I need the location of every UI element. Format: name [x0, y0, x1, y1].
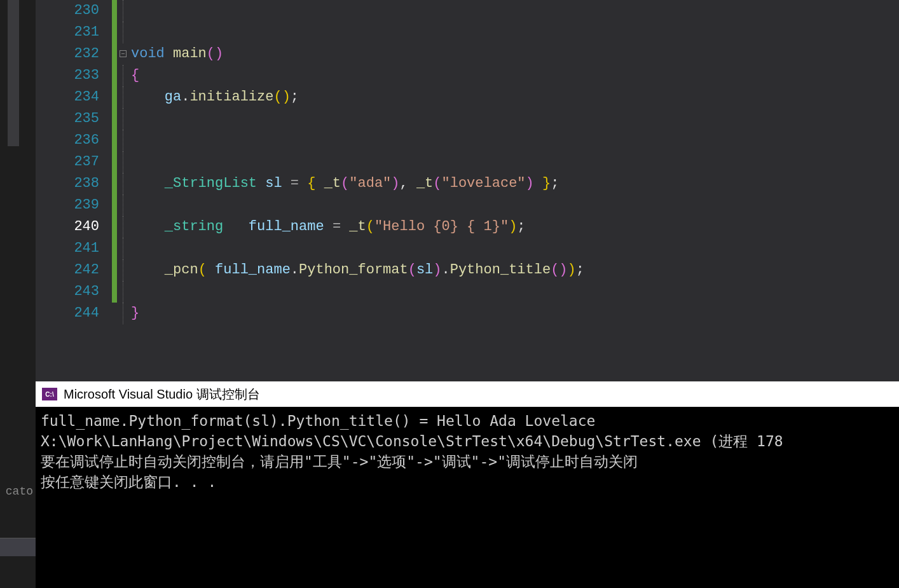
outline-column[interactable]: [120, 238, 131, 259]
code-text[interactable]: _string full_name = _t("Hello {0} { 1}")…: [131, 216, 526, 238]
line-number: 237: [36, 151, 112, 173]
outline-column[interactable]: [120, 173, 131, 195]
outline-guide: [123, 173, 123, 195]
console-line: 要在调试停止时自动关闭控制台，请启用"工具"->"选项"->"调试"->"调试停…: [41, 451, 894, 472]
line-number: 243: [36, 281, 112, 303]
line-number: 244: [36, 303, 112, 324]
change-indicator: [112, 238, 117, 259]
outline-guide: [123, 238, 123, 259]
code-text[interactable]: {: [131, 65, 139, 86]
change-indicator: [112, 303, 117, 324]
outline-column[interactable]: [120, 303, 131, 324]
line-number: 236: [36, 130, 112, 151]
outline-guide: [123, 281, 123, 303]
outline-column[interactable]: [120, 65, 131, 86]
change-indicator: [112, 86, 117, 108]
statusbar-fragment: [0, 538, 36, 556]
outline-column[interactable]: [120, 195, 131, 216]
outline-guide: [123, 303, 123, 324]
change-indicator: [112, 43, 117, 65]
code-line[interactable]: 239: [36, 195, 899, 216]
outline-column[interactable]: [120, 108, 131, 130]
line-number: 235: [36, 108, 112, 130]
editor-left-margin: [0, 0, 36, 381]
debug-console-window: C:\ Microsoft Visual Studio 调试控制台 full_n…: [36, 381, 899, 588]
outline-guide: [123, 65, 123, 86]
console-line: 按任意键关闭此窗口. . .: [41, 472, 894, 492]
outline-guide: [123, 86, 123, 108]
fold-toggle-icon[interactable]: [120, 50, 127, 57]
code-text[interactable]: void main(): [131, 43, 223, 65]
code-line[interactable]: 232void main(): [36, 43, 899, 65]
code-line[interactable]: 240 _string full_name = _t("Hello {0} { …: [36, 216, 899, 238]
console-output[interactable]: full_name.Python_format(sl).Python_title…: [36, 407, 899, 496]
outline-guide: [123, 216, 123, 238]
code-body[interactable]: 230231232void main()233{234 ga.initializ…: [36, 0, 899, 381]
change-indicator: [112, 130, 117, 151]
outline-column[interactable]: [120, 130, 131, 151]
console-titlebar[interactable]: C:\ Microsoft Visual Studio 调试控制台: [36, 381, 899, 407]
code-line[interactable]: 234 ga.initialize();: [36, 86, 899, 108]
outline-column[interactable]: [120, 259, 131, 281]
code-editor[interactable]: 230231232void main()233{234 ga.initializ…: [0, 0, 899, 381]
code-text[interactable]: _pcn( full_name.Python_format(sl).Python…: [131, 259, 584, 281]
line-number: 230: [36, 0, 112, 22]
code-line[interactable]: 233{: [36, 65, 899, 86]
outline-column[interactable]: [120, 216, 131, 238]
console-line: X:\Work\LanHang\Project\Windows\CS\VC\Co…: [41, 431, 894, 451]
code-line[interactable]: 236: [36, 130, 899, 151]
code-text[interactable]: ga.initialize();: [131, 86, 299, 108]
outline-guide: [123, 0, 123, 22]
code-line[interactable]: 230: [36, 0, 899, 22]
line-number: 240: [36, 216, 112, 238]
code-line[interactable]: 238 _StringList sl = { _t("ada"), _t("lo…: [36, 173, 899, 195]
change-indicator: [112, 216, 117, 238]
outline-guide: [123, 108, 123, 130]
change-indicator: [112, 259, 117, 281]
line-number: 234: [36, 86, 112, 108]
outline-guide: [123, 195, 123, 216]
outline-guide: [123, 130, 123, 151]
code-line[interactable]: 235: [36, 108, 899, 130]
overview-ruler[interactable]: [8, 0, 19, 146]
change-indicator: [112, 195, 117, 216]
code-line[interactable]: 241: [36, 238, 899, 259]
code-text[interactable]: }: [131, 303, 139, 324]
line-number: 232: [36, 43, 112, 65]
truncated-panel-text: cato: [0, 481, 36, 502]
console-title: Microsoft Visual Studio 调试控制台: [64, 386, 260, 403]
outline-column[interactable]: [120, 86, 131, 108]
code-line[interactable]: 237: [36, 151, 899, 173]
code-line[interactable]: 242 _pcn( full_name.Python_format(sl).Py…: [36, 259, 899, 281]
change-indicator: [112, 108, 117, 130]
outline-column[interactable]: [120, 43, 131, 65]
line-number: 239: [36, 195, 112, 216]
outline-guide: [123, 151, 123, 173]
code-line[interactable]: 244}: [36, 303, 899, 324]
code-text[interactable]: _StringList sl = { _t("ada"), _t("lovela…: [131, 173, 559, 195]
outline-column[interactable]: [120, 22, 131, 43]
change-indicator: [112, 173, 117, 195]
code-line[interactable]: 231: [36, 22, 899, 43]
console-icon: C:\: [42, 388, 57, 400]
outline-guide: [123, 259, 123, 281]
change-indicator: [112, 0, 117, 22]
code-line[interactable]: 243: [36, 281, 899, 303]
line-number: 242: [36, 259, 112, 281]
change-indicator: [112, 22, 117, 43]
console-line: full_name.Python_format(sl).Python_title…: [41, 411, 894, 431]
change-indicator: [112, 65, 117, 86]
line-number: 238: [36, 173, 112, 195]
outline-column[interactable]: [120, 0, 131, 22]
outline-guide: [123, 22, 123, 43]
outline-column[interactable]: [120, 151, 131, 173]
change-indicator: [112, 151, 117, 173]
outline-column[interactable]: [120, 281, 131, 303]
change-indicator: [112, 281, 117, 303]
line-number: 241: [36, 238, 112, 259]
line-number: 233: [36, 65, 112, 86]
line-number: 231: [36, 22, 112, 43]
